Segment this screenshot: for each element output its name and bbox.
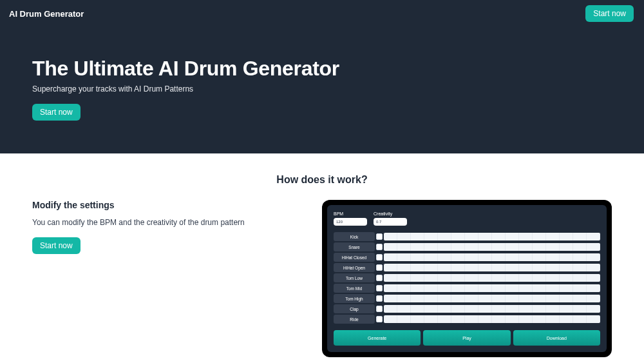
grid-row bbox=[376, 294, 600, 303]
grid-cells[interactable] bbox=[384, 284, 600, 292]
nav-start-now-button[interactable]: Start now bbox=[585, 5, 634, 22]
track-label[interactable]: Ride bbox=[334, 315, 375, 324]
track-label[interactable]: HiHat Closed bbox=[334, 253, 375, 262]
track-checkbox[interactable] bbox=[376, 244, 383, 250]
track-label[interactable]: HiHat Open bbox=[334, 263, 375, 272]
app-screenshot-inner: BPM 120 Creativity 0.7 Kick Snare HiHat … bbox=[327, 205, 607, 352]
mock-bpm-control: BPM 120 bbox=[334, 211, 367, 226]
track-checkbox[interactable] bbox=[376, 254, 383, 260]
hero-subtitle: Supercharge your tracks with AI Drum Pat… bbox=[32, 84, 612, 93]
step-start-now-button[interactable]: Start now bbox=[32, 237, 80, 254]
mock-controls-row: BPM 120 Creativity 0.7 bbox=[334, 211, 600, 226]
grid-row bbox=[376, 242, 600, 251]
track-label[interactable]: Tom High bbox=[334, 294, 375, 303]
step-description: You can modify the BPM and the creativit… bbox=[32, 218, 296, 227]
mock-creativity-label: Creativity bbox=[374, 211, 407, 216]
mock-bpm-input[interactable]: 120 bbox=[334, 218, 367, 226]
grid-row bbox=[376, 232, 600, 241]
mock-track-labels: Kick Snare HiHat Closed HiHat Open Tom L… bbox=[334, 232, 375, 324]
grid-cells[interactable] bbox=[384, 305, 600, 313]
grid-cells[interactable] bbox=[384, 243, 600, 251]
grid-row bbox=[376, 304, 600, 313]
track-label[interactable]: Snare bbox=[334, 242, 375, 251]
grid-cells[interactable] bbox=[384, 264, 600, 271]
hero-start-now-button[interactable]: Start now bbox=[32, 104, 80, 121]
track-checkbox[interactable] bbox=[376, 233, 383, 240]
grid-cells[interactable] bbox=[384, 295, 600, 302]
track-checkbox[interactable] bbox=[376, 285, 383, 291]
mock-download-button[interactable]: Download bbox=[513, 330, 600, 346]
mock-actions: Generate Play Download bbox=[334, 330, 600, 346]
grid-row bbox=[376, 315, 600, 324]
grid-cells[interactable] bbox=[384, 315, 600, 323]
section-heading: How does it work? bbox=[32, 174, 612, 186]
how-two-col: Modify the settings You can modify the B… bbox=[32, 200, 612, 357]
hero-title: The Ultimate AI Drum Generator bbox=[32, 57, 612, 81]
mock-creativity-control: Creativity 0.7 bbox=[374, 211, 407, 226]
grid-cells[interactable] bbox=[384, 253, 600, 261]
track-label[interactable]: Clap bbox=[334, 304, 375, 313]
grid-row bbox=[376, 284, 600, 293]
grid-row bbox=[376, 253, 600, 262]
grid-row bbox=[376, 273, 600, 282]
how-left: Modify the settings You can modify the B… bbox=[32, 200, 296, 254]
track-checkbox[interactable] bbox=[376, 316, 383, 322]
mock-generate-button[interactable]: Generate bbox=[334, 330, 421, 346]
hero-section: AI Drum Generator Start now The Ultimate… bbox=[0, 0, 644, 153]
how-right: BPM 120 Creativity 0.7 Kick Snare HiHat … bbox=[322, 200, 612, 357]
grid-row bbox=[376, 263, 600, 272]
mock-creativity-input[interactable]: 0.7 bbox=[374, 218, 407, 226]
hero-content: The Ultimate AI Drum Generator Superchar… bbox=[0, 27, 644, 144]
track-label[interactable]: Kick bbox=[334, 232, 375, 241]
mock-tracks: Kick Snare HiHat Closed HiHat Open Tom L… bbox=[334, 232, 600, 324]
track-label[interactable]: Tom Low bbox=[334, 273, 375, 282]
brand-title: AI Drum Generator bbox=[9, 9, 84, 19]
track-checkbox[interactable] bbox=[376, 264, 383, 271]
app-screenshot-frame: BPM 120 Creativity 0.7 Kick Snare HiHat … bbox=[322, 200, 612, 357]
mock-grid bbox=[376, 232, 600, 324]
track-checkbox[interactable] bbox=[376, 306, 383, 312]
mock-bpm-label: BPM bbox=[334, 211, 367, 216]
track-checkbox[interactable] bbox=[376, 295, 383, 302]
topbar: AI Drum Generator Start now bbox=[0, 0, 644, 27]
track-label[interactable]: Tom Mid bbox=[334, 284, 375, 293]
grid-cells[interactable] bbox=[384, 233, 600, 240]
step-title: Modify the settings bbox=[32, 200, 296, 210]
mock-play-button[interactable]: Play bbox=[423, 330, 510, 346]
how-it-works-section: How does it work? Modify the settings Yo… bbox=[0, 153, 644, 357]
track-checkbox[interactable] bbox=[376, 275, 383, 281]
grid-cells[interactable] bbox=[384, 274, 600, 282]
